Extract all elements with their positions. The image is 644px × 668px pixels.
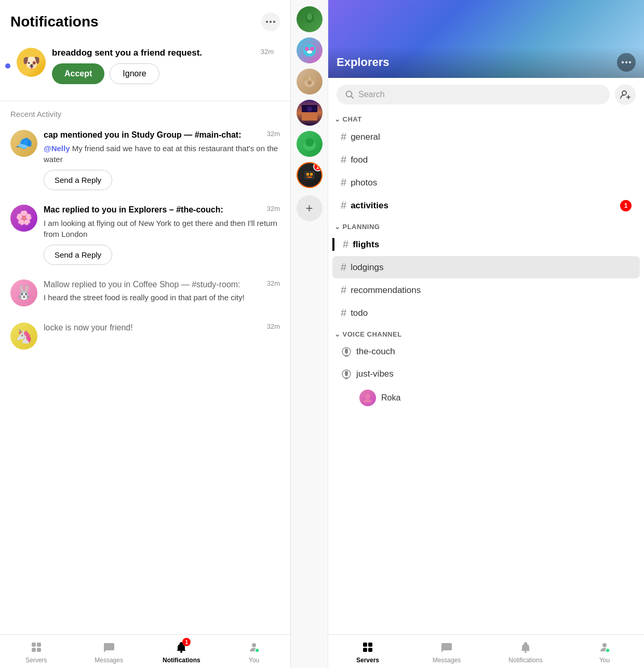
nav-you-right[interactable]: You	[565, 635, 644, 668]
svg-point-16	[307, 81, 312, 85]
chat-section-header[interactable]: ⌄ CHAT	[328, 111, 644, 125]
planning-section: ⌄ PLANNING # flights # lodgings	[328, 219, 644, 324]
chat-section: ⌄ CHAT # general # food #	[328, 111, 644, 217]
channel-name-couch: the-couch	[356, 346, 632, 357]
hash-icon-activities: #	[341, 199, 346, 211]
activity-item-mac: 🌸 Mac replied to you in Explorers – #the…	[0, 197, 290, 272]
nav-you-label-left: You	[249, 657, 259, 664]
server-name-overlay: Explorers	[328, 47, 644, 78]
activities-badge: 1	[620, 200, 632, 211]
search-placeholder-text: Search	[358, 90, 385, 99]
planning-section-header[interactable]: ⌄ PLANNING	[328, 219, 644, 233]
locke-activity-top: locke is now your friend! 32m	[44, 323, 280, 333]
user-row-roka[interactable]: Roka	[332, 385, 640, 410]
server-options-button[interactable]	[617, 53, 636, 72]
send-reply-mac-button[interactable]: Send a Reply	[44, 245, 112, 265]
voice-icon-vibes	[341, 368, 352, 380]
mac-activity-content: Mac replied to you in Explorers – #the-c…	[44, 205, 280, 265]
cap-timestamp: 32m	[267, 130, 280, 138]
channel-the-couch[interactable]: the-couch	[332, 341, 640, 363]
activity-item-mallow: 🐰 Mallow replied to you in Coffee Shop —…	[0, 272, 290, 316]
accept-button[interactable]: Accept	[52, 63, 104, 84]
svg-rect-41	[368, 648, 372, 652]
svg-rect-22	[304, 171, 315, 179]
server-icon-bear[interactable]	[297, 69, 323, 95]
channel-activities[interactable]: # activities 1	[332, 194, 640, 217]
friend-request-timestamp: 32m	[261, 48, 274, 56]
nav-notifications-right[interactable]: Notifications	[486, 635, 565, 668]
add-member-button[interactable]	[615, 84, 636, 105]
add-member-icon	[620, 89, 631, 100]
server-icon-robot[interactable]: 1	[297, 162, 323, 188]
right-panel: 1 + Explorers	[291, 0, 644, 668]
mention-nelly: @Nelly	[44, 144, 70, 153]
mallow-avatar: 🐰	[10, 279, 37, 306]
voice-icon-couch	[341, 346, 352, 357]
svg-point-10	[305, 47, 309, 51]
notifications-header: Notifications	[0, 0, 290, 39]
channel-just-vibes[interactable]: just-vibes	[332, 363, 640, 385]
channel-lodgings[interactable]: # lodgings	[332, 256, 640, 278]
unread-dot	[5, 63, 10, 69]
ignore-button[interactable]: Ignore	[110, 63, 159, 84]
notifications-icon-right	[518, 640, 533, 654]
server-icon-frog[interactable]	[297, 37, 323, 63]
svg-point-14	[303, 76, 308, 81]
add-server-button[interactable]: +	[297, 195, 323, 221]
nav-servers-label-right: Servers	[356, 657, 379, 664]
mac-avatar: 🌸	[10, 205, 37, 232]
channel-todo[interactable]: # todo	[332, 302, 640, 324]
nav-messages-right[interactable]: Messages	[407, 635, 486, 668]
friend-request-actions: Accept Ignore	[52, 63, 274, 84]
mallow-timestamp: 32m	[267, 279, 280, 287]
roka-avatar	[359, 390, 376, 406]
nav-servers-right[interactable]: Servers	[328, 635, 407, 668]
svg-rect-39	[368, 643, 372, 647]
send-reply-cap-button[interactable]: Send a Reply	[44, 170, 112, 190]
channel-name-activities: activities	[351, 201, 620, 211]
hash-icon-general: #	[341, 131, 346, 143]
svg-point-4	[180, 651, 182, 653]
cap-activity-title: cap mentioned you in Study Group — #main…	[44, 130, 263, 141]
channel-photos[interactable]: # photos	[332, 171, 640, 194]
server-icon-night[interactable]	[297, 100, 323, 126]
left-panel: Notifications 🐶 breaddog sent you a frie…	[0, 0, 291, 668]
svg-rect-2	[32, 648, 36, 652]
channel-general[interactable]: # general	[332, 126, 640, 148]
you-icon	[247, 640, 261, 654]
hash-icon-lodgings: #	[341, 261, 346, 273]
mac-activity-title: Mac replied to you in Explorers – #the-c…	[44, 205, 263, 216]
search-bar[interactable]: Search	[337, 85, 610, 104]
roka-name: Roka	[381, 393, 400, 403]
channel-food[interactable]: # food	[332, 149, 640, 171]
mallow-activity-content: Mallow replied to you in Coffee Shop — #…	[44, 279, 280, 309]
server-icon-green[interactable]	[297, 6, 323, 32]
svg-point-19	[307, 106, 312, 112]
servers-icon	[29, 640, 44, 654]
cap-activity-content: cap mentioned you in Study Group — #main…	[44, 130, 280, 190]
server-name: Explorers	[337, 56, 390, 69]
notifications-options-button[interactable]	[261, 12, 280, 31]
activity-item-cap: 🧢 cap mentioned you in Study Group — #ma…	[0, 123, 290, 197]
notifications-title: Notifications	[10, 14, 99, 30]
channel-panel: Explorers	[328, 0, 644, 668]
server-icon-green-blob[interactable]	[297, 131, 323, 157]
cap-activity-top: cap mentioned you in Study Group — #main…	[44, 130, 280, 141]
nav-you-left[interactable]: You	[218, 635, 290, 668]
cap-avatar: 🧢	[10, 130, 37, 157]
channel-name-flights: flights	[353, 239, 632, 250]
locke-timestamp: 32m	[267, 323, 280, 330]
search-icon	[345, 90, 354, 99]
voice-section-header[interactable]: ⌄ VOICE CHANNEL	[328, 326, 644, 340]
svg-point-6	[255, 648, 259, 652]
nav-you-label-right: You	[599, 657, 610, 664]
notification-count-badge: 1	[182, 638, 191, 646]
nav-messages-left[interactable]: Messages	[73, 635, 145, 668]
svg-point-5	[252, 643, 256, 647]
channel-recommendations[interactable]: # recommendations	[332, 279, 640, 301]
channel-flights[interactable]: # flights	[332, 233, 640, 256]
nav-servers-left[interactable]: Servers	[0, 635, 73, 668]
friend-request-content: breaddog sent you a friend request. 32m …	[52, 48, 274, 84]
svg-point-8	[307, 13, 312, 20]
nav-notifications-left[interactable]: 1 Notifications	[145, 635, 218, 668]
